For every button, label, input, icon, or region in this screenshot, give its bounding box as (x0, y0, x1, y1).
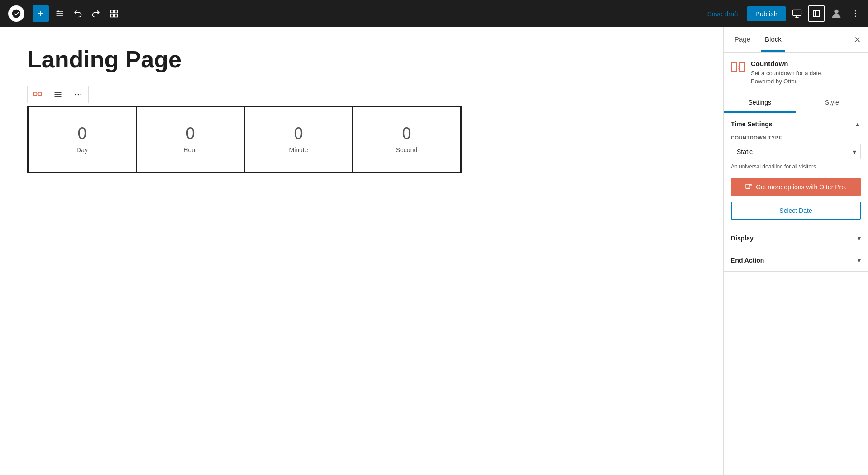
svg-rect-5 (793, 10, 801, 16)
svg-rect-11 (34, 92, 37, 96)
countdown-type-select[interactable]: Static Evergreen (731, 144, 861, 159)
tab-settings[interactable]: Settings (724, 93, 796, 113)
save-draft-button[interactable]: Save draft (701, 7, 743, 20)
undo-button[interactable] (71, 6, 85, 21)
countdown-second-label: Second (396, 146, 417, 154)
countdown-day-label: Day (76, 146, 88, 154)
wp-logo[interactable] (5, 0, 27, 27)
svg-point-18 (81, 94, 82, 96)
close-sidebar-button[interactable]: ✕ (854, 35, 861, 45)
countdown-type-hint: An universal deadline for all visitors (731, 163, 861, 171)
countdown-icon: : (731, 60, 745, 74)
sidebar: Page Block ✕ : Countdown Set a countdown… (723, 27, 868, 475)
end-action-title: End Action (731, 257, 764, 264)
more-options-button[interactable] (848, 6, 863, 21)
svg-rect-3 (111, 14, 114, 17)
sidebar-content: Time Settings ▲ COUNTDOWN TYPE Static Ev… (724, 113, 868, 475)
sidebar-header: Page Block ✕ (724, 27, 868, 53)
countdown-type-label: COUNTDOWN TYPE (731, 135, 861, 140)
display-accordion-header[interactable]: Display ▾ (724, 227, 868, 249)
more-block-options-button[interactable] (68, 86, 88, 103)
countdown-second-box: 0 Second (353, 107, 461, 172)
settings-toggle-button[interactable] (808, 5, 825, 22)
block-info: : Countdown Set a countdown for a date. … (724, 53, 868, 93)
document-overview-button[interactable] (107, 6, 121, 21)
end-action-section: End Action ▾ (724, 249, 868, 272)
countdown-type-select-wrapper: Static Evergreen ▾ (731, 144, 861, 159)
editor-canvas: Landing Page (0, 27, 723, 475)
countdown-hour-box: 0 Hour (136, 107, 244, 172)
svg-point-0 (57, 10, 59, 12)
redo-button[interactable] (89, 6, 103, 21)
tools-button[interactable] (52, 6, 67, 21)
countdown-day-number: 0 (77, 125, 86, 142)
end-action-accordion-header[interactable]: End Action ▾ (724, 249, 868, 271)
svg-point-17 (78, 94, 79, 96)
countdown-second-number: 0 (402, 125, 411, 142)
countdown-minute-box: 0 Minute (244, 107, 353, 172)
svg-point-7 (834, 10, 838, 14)
tab-block[interactable]: Block (761, 28, 785, 52)
add-block-button[interactable]: + (33, 5, 49, 22)
svg-rect-1 (111, 10, 114, 13)
otter-pro-label: Get more options with Otter Pro. (756, 183, 847, 191)
svg-rect-19 (731, 62, 737, 72)
countdown-hour-number: 0 (186, 125, 195, 142)
page-title: Landing Page (27, 45, 696, 73)
countdown-hour-label: Hour (183, 146, 197, 154)
time-settings-chevron-icon: ▲ (854, 120, 861, 128)
svg-point-9 (855, 13, 856, 14)
tab-style[interactable]: Style (796, 93, 868, 113)
svg-rect-6 (813, 10, 820, 17)
otter-pro-button[interactable]: Get more options with Otter Pro. (731, 178, 861, 196)
publish-button[interactable]: Publish (747, 6, 786, 21)
settings-style-tabs: Settings Style (724, 93, 868, 113)
display-title: Display (731, 235, 754, 242)
svg-point-16 (75, 94, 76, 96)
countdown-block-icon-button[interactable] (28, 86, 48, 103)
countdown-widget: 0 Day 0 Hour 0 Minute 0 Second (27, 106, 462, 173)
svg-rect-12 (38, 92, 42, 96)
svg-rect-4 (115, 14, 118, 17)
tab-page[interactable]: Page (731, 28, 754, 52)
time-settings-title: Time Settings (731, 120, 773, 128)
svg-rect-20 (739, 62, 745, 72)
block-info-desc-line1: Set a countdown for a date. (751, 69, 823, 77)
display-section: Display ▾ (724, 227, 868, 249)
svg-rect-2 (115, 10, 118, 13)
display-chevron-icon: ▾ (858, 235, 861, 242)
countdown-minute-number: 0 (294, 125, 303, 142)
svg-point-10 (855, 16, 856, 17)
align-button[interactable] (48, 86, 68, 103)
svg-text::: : (737, 65, 739, 70)
block-toolbar (27, 86, 89, 103)
end-action-chevron-icon: ▾ (858, 257, 861, 264)
view-button[interactable] (789, 6, 805, 21)
avatar[interactable] (828, 5, 844, 22)
select-date-button[interactable]: Select Date (731, 202, 861, 220)
time-settings-accordion-header[interactable]: Time Settings ▲ (724, 113, 868, 135)
block-info-title: Countdown (751, 60, 823, 67)
main-area: Landing Page (0, 27, 868, 475)
time-settings-section: Time Settings ▲ COUNTDOWN TYPE Static Ev… (724, 113, 868, 227)
countdown-day-box: 0 Day (28, 107, 136, 172)
block-info-desc-line2: Powered by Otter. (751, 77, 823, 86)
external-link-icon (745, 183, 752, 191)
time-settings-body: COUNTDOWN TYPE Static Evergreen ▾ An uni… (724, 135, 868, 227)
countdown-minute-label: Minute (289, 146, 308, 154)
main-toolbar: + Save draft Publish (0, 0, 868, 27)
svg-point-8 (855, 10, 856, 12)
